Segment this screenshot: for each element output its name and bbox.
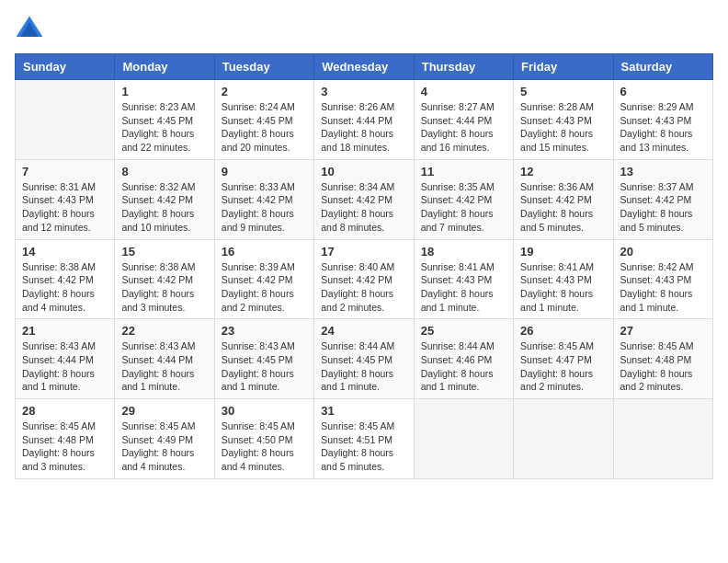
day-cell: 30Sunrise: 8:45 AMSunset: 4:50 PMDayligh…: [214, 399, 313, 479]
day-number: 11: [421, 165, 506, 178]
day-cell: 2Sunrise: 8:24 AMSunset: 4:45 PMDaylight…: [214, 80, 313, 160]
calendar-header: SundayMondayTuesdayWednesdayThursdayFrid…: [16, 54, 713, 80]
day-cell: 16Sunrise: 8:39 AMSunset: 4:42 PMDayligh…: [214, 239, 313, 319]
day-info: Sunrise: 8:40 AMSunset: 4:42 PMDaylight:…: [321, 260, 406, 315]
day-cell: 8Sunrise: 8:32 AMSunset: 4:42 PMDaylight…: [115, 159, 214, 239]
day-cell: 28Sunrise: 8:45 AMSunset: 4:48 PMDayligh…: [16, 399, 115, 479]
day-cell: 7Sunrise: 8:31 AMSunset: 4:43 PMDaylight…: [16, 159, 115, 239]
day-cell: 19Sunrise: 8:41 AMSunset: 4:43 PMDayligh…: [514, 239, 613, 319]
day-number: 9: [222, 165, 307, 178]
day-cell: 31Sunrise: 8:45 AMSunset: 4:51 PMDayligh…: [314, 399, 414, 479]
day-info: Sunrise: 8:32 AMSunset: 4:42 PMDaylight:…: [121, 180, 207, 235]
day-info: Sunrise: 8:45 AMSunset: 4:51 PMDaylight:…: [321, 419, 406, 474]
day-cell: 25Sunrise: 8:44 AMSunset: 4:46 PMDayligh…: [414, 319, 513, 399]
day-info: Sunrise: 8:27 AMSunset: 4:44 PMDaylight:…: [421, 100, 506, 155]
day-info: Sunrise: 8:36 AMSunset: 4:42 PMDaylight:…: [520, 180, 606, 235]
week-row-0: 1Sunrise: 8:23 AMSunset: 4:45 PMDaylight…: [16, 80, 713, 160]
day-number: 20: [620, 245, 706, 259]
day-number: 7: [22, 165, 108, 178]
day-cell: 24Sunrise: 8:44 AMSunset: 4:45 PMDayligh…: [314, 319, 414, 399]
day-info: Sunrise: 8:26 AMSunset: 4:44 PMDaylight:…: [321, 100, 406, 155]
page-header: [15, 15, 713, 44]
logo-icon: [15, 15, 44, 44]
day-info: Sunrise: 8:38 AMSunset: 4:42 PMDaylight:…: [121, 260, 207, 315]
day-number: 24: [321, 324, 406, 338]
week-row-4: 28Sunrise: 8:45 AMSunset: 4:48 PMDayligh…: [16, 399, 713, 479]
day-number: 31: [321, 404, 406, 418]
day-cell: 23Sunrise: 8:43 AMSunset: 4:45 PMDayligh…: [214, 319, 313, 399]
day-number: 14: [22, 245, 108, 259]
day-cell: 27Sunrise: 8:45 AMSunset: 4:48 PMDayligh…: [613, 319, 712, 399]
day-number: 29: [121, 404, 207, 418]
calendar-body: 1Sunrise: 8:23 AMSunset: 4:45 PMDaylight…: [16, 80, 713, 479]
day-info: Sunrise: 8:39 AMSunset: 4:42 PMDaylight:…: [222, 260, 307, 315]
day-info: Sunrise: 8:44 AMSunset: 4:46 PMDaylight:…: [421, 339, 506, 394]
header-cell-monday: Monday: [115, 54, 214, 80]
day-info: Sunrise: 8:45 AMSunset: 4:50 PMDaylight:…: [222, 419, 307, 474]
day-info: Sunrise: 8:43 AMSunset: 4:45 PMDaylight:…: [222, 339, 307, 394]
day-info: Sunrise: 8:43 AMSunset: 4:44 PMDaylight:…: [121, 339, 207, 394]
day-info: Sunrise: 8:45 AMSunset: 4:48 PMDaylight:…: [620, 339, 706, 394]
header-cell-tuesday: Tuesday: [214, 54, 313, 80]
day-cell: 21Sunrise: 8:43 AMSunset: 4:44 PMDayligh…: [16, 319, 115, 399]
day-info: Sunrise: 8:38 AMSunset: 4:42 PMDaylight:…: [22, 260, 108, 315]
day-number: 22: [121, 324, 207, 338]
day-cell: 26Sunrise: 8:45 AMSunset: 4:47 PMDayligh…: [514, 319, 613, 399]
day-number: 13: [620, 165, 706, 178]
day-number: 25: [421, 324, 506, 338]
day-cell: [514, 399, 613, 479]
day-number: 4: [421, 85, 506, 98]
day-number: 18: [421, 245, 506, 259]
day-cell: 6Sunrise: 8:29 AMSunset: 4:43 PMDaylight…: [613, 80, 712, 160]
day-info: Sunrise: 8:28 AMSunset: 4:43 PMDaylight:…: [520, 100, 606, 155]
day-info: Sunrise: 8:45 AMSunset: 4:48 PMDaylight:…: [22, 419, 108, 474]
day-info: Sunrise: 8:34 AMSunset: 4:42 PMDaylight:…: [321, 180, 406, 235]
day-info: Sunrise: 8:45 AMSunset: 4:47 PMDaylight:…: [520, 339, 606, 394]
day-cell: [414, 399, 513, 479]
header-cell-wednesday: Wednesday: [314, 54, 414, 80]
day-number: 8: [121, 165, 207, 178]
day-cell: 29Sunrise: 8:45 AMSunset: 4:49 PMDayligh…: [115, 399, 214, 479]
day-cell: 12Sunrise: 8:36 AMSunset: 4:42 PMDayligh…: [514, 159, 613, 239]
day-number: 2: [222, 85, 307, 98]
day-number: 26: [520, 324, 606, 338]
day-number: 23: [222, 324, 307, 338]
day-info: Sunrise: 8:41 AMSunset: 4:43 PMDaylight:…: [421, 260, 506, 315]
day-cell: [613, 399, 712, 479]
day-info: Sunrise: 8:24 AMSunset: 4:45 PMDaylight:…: [222, 100, 307, 155]
day-number: 6: [620, 85, 706, 98]
calendar-table: SundayMondayTuesdayWednesdayThursdayFrid…: [15, 53, 713, 479]
day-cell: 22Sunrise: 8:43 AMSunset: 4:44 PMDayligh…: [115, 319, 214, 399]
day-cell: 18Sunrise: 8:41 AMSunset: 4:43 PMDayligh…: [414, 239, 513, 319]
day-info: Sunrise: 8:29 AMSunset: 4:43 PMDaylight:…: [620, 100, 706, 155]
week-row-3: 21Sunrise: 8:43 AMSunset: 4:44 PMDayligh…: [16, 319, 713, 399]
header-row: SundayMondayTuesdayWednesdayThursdayFrid…: [16, 54, 713, 80]
day-number: 5: [520, 85, 606, 98]
day-number: 30: [222, 404, 307, 418]
day-cell: 10Sunrise: 8:34 AMSunset: 4:42 PMDayligh…: [314, 159, 414, 239]
day-cell: 15Sunrise: 8:38 AMSunset: 4:42 PMDayligh…: [115, 239, 214, 319]
day-cell: 13Sunrise: 8:37 AMSunset: 4:42 PMDayligh…: [613, 159, 712, 239]
day-number: 16: [222, 245, 307, 259]
day-number: 17: [321, 245, 406, 259]
day-number: 19: [520, 245, 606, 259]
day-number: 28: [22, 404, 108, 418]
header-cell-sunday: Sunday: [16, 54, 115, 80]
day-cell: 5Sunrise: 8:28 AMSunset: 4:43 PMDaylight…: [514, 80, 613, 160]
header-cell-saturday: Saturday: [613, 54, 712, 80]
day-cell: 1Sunrise: 8:23 AMSunset: 4:45 PMDaylight…: [115, 80, 214, 160]
day-info: Sunrise: 8:33 AMSunset: 4:42 PMDaylight:…: [222, 180, 307, 235]
day-info: Sunrise: 8:41 AMSunset: 4:43 PMDaylight:…: [520, 260, 606, 315]
week-row-1: 7Sunrise: 8:31 AMSunset: 4:43 PMDaylight…: [16, 159, 713, 239]
day-number: 1: [121, 85, 207, 98]
day-info: Sunrise: 8:23 AMSunset: 4:45 PMDaylight:…: [121, 100, 207, 155]
day-cell: 4Sunrise: 8:27 AMSunset: 4:44 PMDaylight…: [414, 80, 513, 160]
day-info: Sunrise: 8:31 AMSunset: 4:43 PMDaylight:…: [22, 180, 108, 235]
day-info: Sunrise: 8:44 AMSunset: 4:45 PMDaylight:…: [321, 339, 406, 394]
day-cell: 3Sunrise: 8:26 AMSunset: 4:44 PMDaylight…: [314, 80, 414, 160]
day-info: Sunrise: 8:35 AMSunset: 4:42 PMDaylight:…: [421, 180, 506, 235]
day-cell: 14Sunrise: 8:38 AMSunset: 4:42 PMDayligh…: [16, 239, 115, 319]
day-cell: 20Sunrise: 8:42 AMSunset: 4:43 PMDayligh…: [613, 239, 712, 319]
day-number: 10: [321, 165, 406, 178]
logo: [15, 15, 48, 44]
